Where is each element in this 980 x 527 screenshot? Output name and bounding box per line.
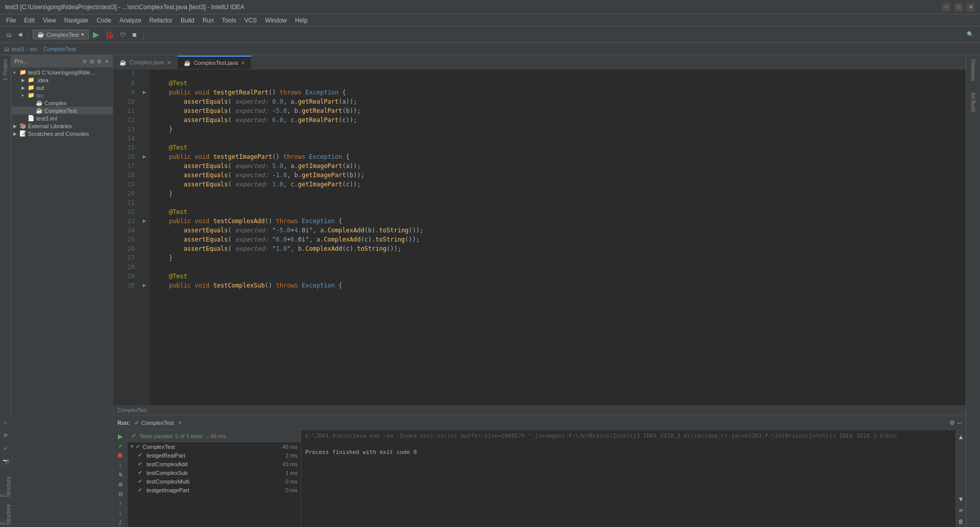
breadcrumb-src[interactable]: src (30, 46, 38, 52)
line-number-gutter: 7891011121314151617181920212223242526272… (113, 69, 139, 405)
run-tree-item-getrealpart[interactable]: ✔ testgetRealPart 2 ms (128, 451, 301, 460)
tree-item-scratches[interactable]: ▶ 📝 Scratches and Consoles (11, 130, 113, 137)
code-line-17: assertEquals( expected: 5.0, a.getImageP… (150, 161, 960, 171)
run-tree-item-complexsub[interactable]: ✔ testComplexSub 1 ms (128, 468, 301, 477)
run-gutter-icon-9[interactable]: ▶ (139, 88, 150, 97)
art-build-tab[interactable]: Art Build (970, 92, 976, 112)
run-tree-complexmulti-time: 0 ms (285, 478, 298, 485)
toolbar-back-btn[interactable]: 🗂 (4, 31, 14, 39)
expand-all-btn[interactable]: ⊞ (115, 480, 126, 489)
menu-view[interactable]: View (39, 14, 60, 26)
structure-tab[interactable]: 2: Structure (0, 472, 11, 497)
tree-item-ext-lib[interactable]: ▶ 📚 External Libraries (11, 122, 113, 130)
database-tab[interactable]: Database (970, 59, 976, 81)
menu-tools[interactable]: Tools (218, 14, 240, 26)
rerun-button[interactable]: ▶ (115, 432, 126, 441)
sort-alpha-btn[interactable]: ↕ (115, 461, 126, 469)
tree-item-iml[interactable]: ▶ 📄 test3.iml (11, 114, 113, 122)
down-btn[interactable]: ↓ (115, 509, 126, 517)
run-tree-getrealpart-time: 2 ms (285, 452, 298, 459)
run-tab-label: ComplexTest (141, 420, 174, 426)
tree-item-test3[interactable]: ▾ 📁 test3 C:\Users\gong9\Ide... (11, 68, 113, 76)
code-text-area[interactable]: @Test public void testgetRealPart() thro… (150, 69, 960, 405)
code-scroll-area[interactable]: 7891011121314151617181920212223242526272… (113, 69, 966, 405)
run-gutter-icon-30[interactable]: ▶ (139, 281, 150, 290)
tree-item-idea[interactable]: ▶ 📁 .idea (11, 76, 113, 84)
collapse-all-run-btn[interactable]: ⊟ (115, 490, 126, 498)
stop-run-btn[interactable]: ⏹ (115, 451, 126, 460)
tests-passed-icon: ✔ (132, 433, 136, 439)
export-btn[interactable]: ⤴ (115, 518, 126, 527)
run-panel-controls: ⚙ ─ (949, 419, 962, 426)
code-line-11: assertEquals( expected: -5.0, b.getRealP… (150, 106, 960, 115)
search-everywhere-button[interactable]: 🔍 (965, 30, 976, 39)
run-tree-item-complextest[interactable]: ▾ ✔ ComplexTest 46 ms (128, 442, 301, 451)
menu-build[interactable]: Build (177, 14, 199, 26)
menu-code[interactable]: Code (92, 14, 115, 26)
run-config-selector[interactable]: ☕ ComplexTest ▾ (33, 30, 89, 39)
run-gutter-icon-16[interactable]: ▶ (139, 152, 150, 161)
title-bar-controls[interactable]: ─ □ ✕ (942, 3, 975, 11)
run-minimize-btn[interactable]: ─ (957, 419, 962, 426)
fav-btn-3[interactable]: ✔ (0, 443, 11, 453)
code-line-25: assertEquals( expected: "6.0+6.0i", a.Co… (150, 235, 960, 244)
run-button[interactable]: ▶ (91, 29, 101, 40)
tree-item-complextest[interactable]: ▶ ☕ ComplexTest (11, 107, 113, 114)
menu-help[interactable]: Help (291, 14, 312, 26)
tab-complextest-close[interactable]: ✕ (241, 60, 245, 66)
stop-button[interactable]: ⏹ (130, 31, 139, 39)
menu-refactor[interactable]: Refactor (145, 14, 177, 26)
run-output-console: E:\JDK1.8\bin\java.exe -ea -Didea.test.c… (301, 430, 955, 527)
debug-button[interactable]: 🐞 (103, 30, 116, 40)
hide-panel-button[interactable]: ✕ (104, 58, 110, 65)
toolbar-nav-back[interactable]: ◀ (16, 30, 24, 39)
code-line-20: } (150, 189, 960, 198)
z-structure-tab[interactable]: Z: Structure (0, 499, 11, 525)
clear-output-btn[interactable]: 🗑 (955, 516, 966, 527)
menu-vcs[interactable]: VCS (240, 14, 261, 26)
run-tree-item-complexadd[interactable]: ✔ testComplexAdd 43 ms (128, 460, 301, 468)
run-gutter-icon-23[interactable]: ▶ (139, 217, 150, 226)
tree-item-out[interactable]: ▶ 📁 out (11, 84, 113, 91)
tree-item-complex[interactable]: ▶ ☕ Complex (11, 99, 113, 107)
breadcrumb-file[interactable]: ComplexTest (43, 46, 76, 52)
run-passed-btn[interactable]: ✔ (115, 442, 126, 450)
menu-analyze[interactable]: Analyze (115, 14, 145, 26)
scroll-up-btn[interactable]: ▲ (955, 431, 966, 442)
run-tab-complextest[interactable]: ✔ ComplexTest ✕ (134, 419, 182, 426)
menu-file[interactable]: File (2, 14, 20, 26)
breadcrumb-project[interactable]: test3 (12, 46, 24, 52)
tab-complextest-java[interactable]: ☕ ComplexTest.java ✕ (178, 56, 252, 69)
run-config-dropdown-icon[interactable]: ▾ (81, 31, 84, 38)
run-settings-btn[interactable]: ⚙ (949, 419, 955, 426)
run-toolbar-vert: ▶ ✔ ⏹ ↕ ⇅ ⊞ ⊟ ↑ ↓ ⤴ (113, 430, 128, 527)
main-layout: 1: Project Pro... ⟳ ⊟ ⚙ ✕ ▾ 📁 test3 C:\U… (0, 55, 980, 527)
up-btn[interactable]: ↑ (115, 499, 126, 508)
tree-item-src[interactable]: ▾ 📁 src (11, 91, 113, 99)
fav-btn-2[interactable]: ⟳ (0, 430, 11, 441)
tab-complex-close[interactable]: ✕ (167, 60, 171, 65)
menu-edit[interactable]: Edit (20, 14, 39, 26)
run-tab-close[interactable]: ✕ (178, 420, 182, 425)
collapse-all-button[interactable]: ⊟ (89, 58, 95, 65)
wrap-text-btn[interactable]: ⇌ (955, 505, 966, 516)
minimize-button[interactable]: ─ (942, 3, 950, 11)
sync-button[interactable]: ⟳ (82, 58, 88, 65)
editor-run-container: ☕ Complex.java ✕ ☕ ComplexTest.java ✕ 78… (113, 55, 966, 527)
run-tree-item-complexmulti[interactable]: ✔ testComplexMulti 0 ms (128, 477, 301, 486)
fav-btn-4[interactable]: 📷 (0, 456, 11, 467)
menu-run[interactable]: Run (199, 14, 218, 26)
tree-label-iml: test3.iml (36, 115, 57, 122)
settings-button[interactable]: ⚙ (96, 58, 103, 65)
sort-duration-btn[interactable]: ⇅ (115, 470, 126, 479)
run-tree-item-getimagepart[interactable]: ✔ testgetImagePart 0 ms (128, 486, 301, 494)
run-coverage-button[interactable]: 🛡 (118, 31, 128, 39)
tab-complex-java[interactable]: ☕ Complex.java ✕ (113, 56, 178, 69)
menu-window[interactable]: Window (261, 14, 291, 26)
scroll-down-btn[interactable]: ▼ (955, 493, 966, 505)
project-panel-tab[interactable]: 1: Project (3, 59, 8, 81)
menu-navigate[interactable]: Navigate (60, 14, 92, 26)
maximize-button[interactable]: □ (954, 3, 963, 11)
close-button[interactable]: ✕ (967, 3, 975, 11)
fav-btn-1[interactable]: ☆ (0, 417, 11, 428)
